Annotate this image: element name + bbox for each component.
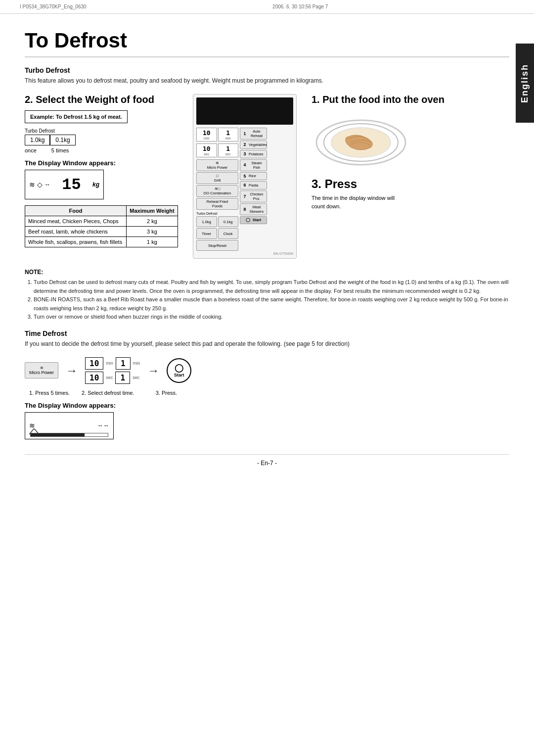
time-defrost-desc: If you want to decide the defrost time b…	[25, 340, 509, 347]
time-1sec[interactable]: 1 sec	[218, 143, 239, 157]
display-unit: kg	[92, 181, 99, 188]
t-10-min[interactable]: 10	[85, 357, 103, 370]
time-10sec[interactable]: 10 sec	[196, 143, 217, 157]
arrows-icon: ↔	[44, 181, 50, 188]
turbo-label-mw: Turbo Defrost	[196, 212, 238, 215]
time-defrost-heading: Time Defrost	[25, 330, 509, 337]
flow-label-1: 1. Press 5 times.	[25, 390, 74, 396]
t-1-sec[interactable]: 1	[115, 372, 130, 384]
turbo-defrost-heading: Turbo Defrost	[25, 66, 509, 74]
right-auto-btns: 1 Auto Reheat 2 Vegetables 3 Potatoes 4 …	[240, 128, 267, 251]
page-header: I P0534_38G70KP_Eng_0630 2006. 6. 30 10:…	[0, 0, 534, 14]
model-label: NN-GT546W	[196, 252, 293, 255]
food-item-2: Beef roast, lamb, whole chickens	[25, 227, 127, 237]
right-column: 1. Put the food into the oven 3. Press T…	[312, 94, 450, 259]
combination-btn[interactable]: ≋□DO Combination	[196, 185, 238, 197]
step3-desc1: The time in the display window will	[312, 194, 450, 202]
bottom-display: The Display Window appears: ≋ ↔↔	[25, 402, 509, 439]
flow-arrow-2: →	[147, 364, 159, 378]
step1-heading: 1. Put the food into the oven	[312, 94, 450, 105]
time-10min[interactable]: 10 min	[196, 128, 217, 142]
microwave-button-layout: 10 min 1 min 10	[196, 128, 293, 251]
t-10-sec[interactable]: 10	[85, 372, 103, 384]
main-layout: 2. Select the Weight of food Example: To…	[25, 94, 509, 259]
start-label-flow: Start	[174, 373, 184, 378]
flow-step-1: ≋ Micro Power	[25, 362, 58, 378]
turbo-defrost-intro: This feature allows you to defrost meat,…	[25, 77, 509, 84]
auto-btn-4[interactable]: 4 Steam Fish	[240, 159, 267, 171]
once-label: once	[25, 147, 37, 153]
food-item-3: Whole fish, scallops, prawns, fish fille…	[25, 237, 127, 247]
example-box: Example: To Defrost 1.5 kg of meat.	[25, 110, 128, 123]
left-controls: 10 min 1 min 10	[196, 128, 238, 251]
turbo-label: Turbo Defrost	[25, 128, 178, 134]
flow-labels: 1. Press 5 times. 2. Select defrost time…	[25, 390, 509, 396]
t-1-min[interactable]: 1	[116, 357, 131, 370]
timer-btn[interactable]: Timer	[196, 228, 217, 239]
wave-icon: ≋	[29, 181, 35, 189]
footer-text: - En-7 -	[257, 460, 277, 467]
step3-desc2: count down.	[312, 202, 450, 211]
weight-item-3: 1 kg	[126, 237, 178, 247]
weight-box-1: 1.0kg	[25, 135, 50, 145]
display-window: ≋ ◇ ↔ 15 kg	[25, 170, 104, 199]
flow-micro-power[interactable]: ≋ Micro Power	[25, 362, 58, 378]
flow-arrow-1: →	[66, 364, 78, 378]
flow-step-3: ◯ Start	[167, 358, 191, 383]
time-sec-area: 10 sec 1 sec	[196, 143, 238, 157]
grill-btn[interactable]: □Grill	[196, 172, 238, 184]
page-footer: - En-7 -	[25, 454, 509, 472]
time-entry-sec: 10 sec 1 sec	[85, 372, 140, 384]
note-section: NOTE: Turbo Defrost can be used to defro…	[25, 269, 509, 322]
turbo-10-btn[interactable]: 1.0kg	[196, 216, 217, 227]
flow-label-2: 2. Select defrost time.	[82, 390, 134, 396]
microwave-screen	[196, 97, 293, 125]
progress-bar	[30, 433, 108, 437]
start-btn-mw[interactable]: ◯ Start	[240, 216, 267, 224]
header-center: 2006. 6. 30 10:56 Page 7	[272, 4, 328, 9]
english-tab: English	[516, 44, 534, 123]
time-1min[interactable]: 1 min	[218, 128, 239, 142]
flow-label-3: 3. Press.	[141, 390, 191, 396]
left-column: 2. Select the Weight of food Example: To…	[25, 94, 178, 259]
food-item-1: Minced meat, Chicken Pieces, Chops	[25, 216, 127, 227]
plate-svg	[312, 110, 410, 170]
stop-reset-btn[interactable]: Stop/Reset	[196, 240, 238, 251]
note-item-3: Turn over or remove or shield food when …	[34, 313, 509, 322]
turbo-01-btn[interactable]: 0.1kg	[218, 216, 239, 227]
auto-btn-6[interactable]: 6 Pasta	[240, 181, 267, 189]
note-item-1: Turbo Defrost can be used to defrost man…	[34, 278, 509, 295]
auto-btn-5[interactable]: 5 Rice	[240, 172, 267, 181]
center-column: 10 min 1 min 10	[188, 94, 302, 259]
reheat-fried-btn[interactable]: Reheat FriedFoods	[196, 198, 238, 210]
turbo-defrost-diagram: Turbo Defrost 1.0kg 0.1kg once 5 times	[25, 128, 178, 153]
weight-item-1: 2 kg	[126, 216, 178, 227]
microwave-image: 10 min 1 min 10	[193, 94, 297, 259]
time-input-area: 10 min 1 min	[196, 128, 238, 142]
microwave-wrapper: 10 min 1 min 10	[193, 94, 297, 259]
auto-btn-3[interactable]: 3 Potatoes	[240, 150, 267, 158]
time-entry-min: 10 min 1 min	[85, 357, 140, 370]
col-weight: Maximum Weight	[126, 206, 178, 216]
display-window-label: The Display Window appears:	[25, 159, 178, 167]
weight-boxes: 1.0kg 0.1kg	[25, 135, 178, 145]
turbo-btn-row: 1.0kg 0.1kg	[196, 216, 238, 227]
auto-btn-2[interactable]: 2 Vegetables	[240, 141, 267, 149]
start-circle[interactable]: ◯ Start	[167, 358, 191, 383]
col-food: Food	[25, 206, 127, 216]
times-label: 5 times	[51, 147, 69, 153]
page-title: To Defrost	[25, 29, 509, 57]
note-item-2: BONE-IN ROASTS, such as a Beef Rib Roast…	[34, 295, 509, 313]
display-arrows-icon: ↔↔	[97, 422, 109, 429]
auto-btn-8[interactable]: 8 Meat Skewers	[240, 203, 267, 215]
micro-power-btn[interactable]: ≋Micro Power	[196, 159, 238, 171]
clock-btn[interactable]: Clock	[218, 228, 239, 239]
diamond-icon: ◇	[37, 181, 43, 189]
auto-btn-1[interactable]: 1 Auto Reheat	[240, 128, 267, 140]
note-list: Turbo Defrost can be used to defrost man…	[25, 278, 509, 322]
auto-btn-7[interactable]: 7 Chicken Pcs.	[240, 190, 267, 202]
micro-power-label: Micro Power	[29, 370, 54, 375]
page-wrapper: English To Defrost Turbo Defrost This fe…	[0, 14, 534, 491]
display-window-bottom: ≋ ↔↔	[25, 412, 114, 439]
table-row: Beef roast, lamb, whole chickens 3 kg	[25, 227, 178, 237]
